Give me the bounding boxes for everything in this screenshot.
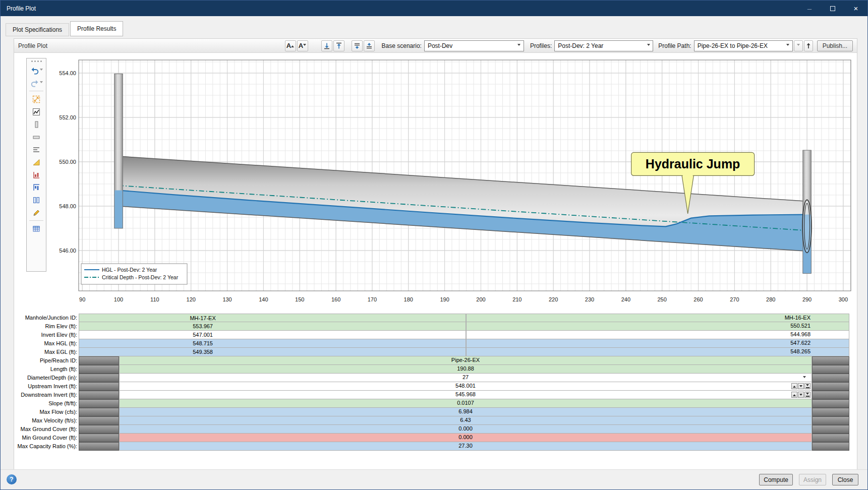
end-cap [812,399,849,408]
profile-plot-panel: Profile Plot A A [14,38,857,470]
node-cell-right: 544.968 [466,331,849,339]
horizontal-axis-button[interactable] [28,131,45,143]
pipe-cell[interactable]: 548.001 [119,382,812,391]
spin-up-button[interactable] [791,392,797,398]
chevron-down-icon [644,41,653,51]
publish-button[interactable]: Publish... [817,40,853,51]
svg-text:120: 120 [187,296,196,302]
profile-path-up-button[interactable] [804,40,813,51]
edit-annotation-button[interactable] [28,206,45,219]
spin-up-button[interactable] [791,383,797,389]
chart-legend: HGL - Post-Dev: 2 YearCritical Depth - P… [81,264,187,284]
table-bottom-button[interactable] [352,40,363,51]
table-row: Invert Elev (ft):547.001544.968 [14,331,858,339]
table-row: Downstream Invert (ft):545.968 [14,391,858,399]
svg-text:190: 190 [440,296,449,302]
pipe-cell: 190.88 [119,365,812,374]
tab-profile-results[interactable]: Profile Results [70,21,123,36]
vertical-axis-button[interactable] [28,118,45,131]
table-row: Max Capacity Ratio (%):27.30 [14,442,858,451]
end-cap [79,442,119,451]
base-scenario-select[interactable]: Post-Dev [424,40,524,51]
redo-button[interactable] [28,77,45,89]
compute-button[interactable]: Compute [759,474,793,485]
node-cell-left: 549.358 [79,348,466,356]
close-window-button[interactable]: × [844,1,867,16]
minimize-button[interactable]: – [798,1,821,16]
toolbox-drag-handle[interactable] [31,60,42,62]
gridlines-button[interactable] [28,143,45,156]
end-cap [79,399,119,408]
svg-text:220: 220 [549,296,558,302]
svg-text:554.00: 554.00 [59,70,76,76]
line-chart-icon [32,107,41,116]
row-label: Diameter/Depth (in): [14,374,77,382]
fill-slope-button[interactable] [28,156,45,168]
blue-profile-button[interactable] [28,181,45,194]
end-cap [79,416,119,425]
svg-text:180: 180 [404,296,413,302]
window-title: Profile Plot [7,5,36,12]
font-up-icon [291,44,294,47]
node-cell-left: 548.715 [79,339,466,348]
spin-to-ground-button[interactable] [804,383,811,389]
titlebar[interactable]: Profile Plot – × [1,1,867,16]
table-row: Pipe/Reach ID:Pipe-26-EX [14,356,858,365]
undo-button[interactable] [28,64,45,77]
spin-to-ground-button[interactable] [804,392,811,398]
profile-path-select[interactable]: Pipe-26-EX to Pipe-26-EX [694,40,793,51]
tab-plot-specifications[interactable]: Plot Specifications [6,23,69,36]
labels-bottom-button[interactable] [321,40,332,51]
end-cap [812,442,849,451]
svg-text:90: 90 [79,296,85,302]
chart-style-button[interactable] [28,105,45,118]
spin-down-button[interactable] [798,392,804,398]
profile-path-menu-button[interactable] [794,40,803,51]
pipe-cell: 0.0107 [119,399,812,408]
pipe-cell[interactable]: 27 [119,374,812,382]
profile-path-label: Profile Path: [658,42,691,49]
labels-top-button[interactable] [333,40,344,51]
diameter-dropdown-button[interactable] [801,375,807,381]
row-label: Max EGL (ft): [14,348,77,356]
decrease-font-button[interactable]: A [297,40,308,51]
zoom-extents-button[interactable] [28,93,45,105]
end-cap [79,391,119,399]
table-top-button[interactable] [364,40,375,51]
red-chart-icon [32,170,41,179]
spin-down-button[interactable] [798,383,804,389]
node-cell-right: MH-16-EX [466,314,849,322]
chevron-down-icon [784,41,792,51]
maximize-button[interactable] [821,1,844,16]
help-button[interactable]: ? [7,474,17,484]
assign-button[interactable]: Assign [799,474,826,485]
slope-triangle-icon [32,158,41,167]
vertical-bar-icon [32,120,41,129]
lines-arrow-down-icon [353,42,361,50]
close-button[interactable]: Close [832,474,858,485]
table-row: Manhole/Junction ID:MH-17-EXMH-16-EX [14,314,858,322]
increase-font-button[interactable]: A [285,40,296,51]
callout-text: Hydraulic Jump [646,157,740,171]
table-row: Upstream Invert (ft):548.001 [14,382,858,391]
node-cell-left: MH-17-EX [79,314,466,322]
close-icon: × [854,4,858,13]
row-label: Manhole/Junction ID: [14,314,77,322]
profiles-select[interactable]: Post-Dev: 2 Year [554,40,653,51]
split-view-button[interactable] [28,194,45,206]
show-table-button[interactable] [28,222,45,235]
horizontal-bar-icon [32,133,41,142]
node-cell-left: 547.001 [79,331,466,339]
table-grid-icon [32,224,41,233]
red-profile-button[interactable] [28,168,45,181]
pencil-icon [32,208,41,217]
pipe-cell: Pipe-26-EX [119,356,812,365]
pipe-cell: 0.000 [119,434,812,442]
columns-icon [32,196,41,205]
row-label: Max Velocity (ft/s): [14,416,77,425]
svg-text:170: 170 [368,296,377,302]
pipe-cell[interactable]: 545.968 [119,391,812,399]
svg-text:240: 240 [621,296,630,302]
profile-plot-svg[interactable]: 9010011012013014015016017018019020021022… [51,56,858,314]
node-cell-right: 547.622 [466,339,849,348]
